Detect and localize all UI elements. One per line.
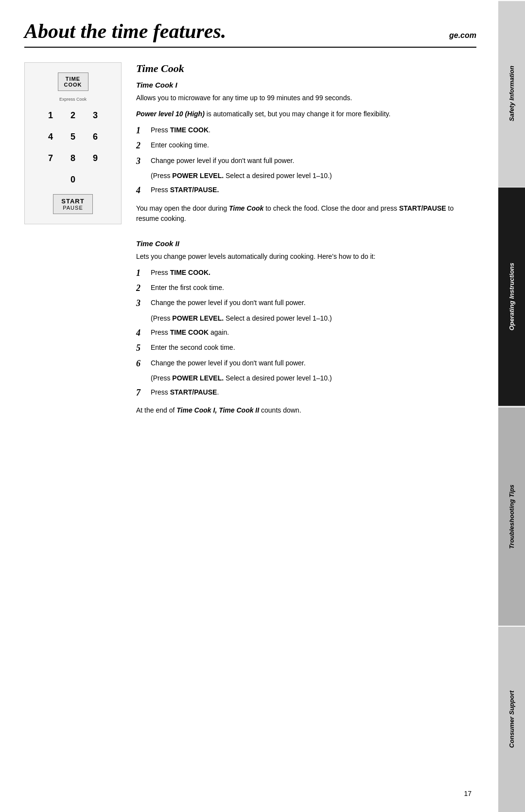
start-pause-bold-1: START/PAUSE. <box>170 186 219 194</box>
key-8[interactable]: 8 <box>64 149 82 167</box>
power-level-em: Power level 10 (High) <box>136 110 205 118</box>
step-2-5: 5 Enter the second cook time. <box>136 343 476 354</box>
step-num-2-4: 4 <box>136 327 147 339</box>
step-num-2-2: 2 <box>136 283 147 294</box>
keypad-row-1: 1 2 3 <box>42 107 104 124</box>
key-7[interactable]: 7 <box>42 149 59 167</box>
power-level-bold-2: POWER LEVEL. <box>172 314 224 322</box>
tab-consumer-label: Consumer Support <box>508 691 515 748</box>
step-1-1: 1 Press TIME COOK. <box>136 125 476 136</box>
step-num-2-3: 3 <box>136 298 147 309</box>
time-cook-bold-2: TIME COOK. <box>170 269 210 276</box>
subsection2-footer: At the end of Time Cook I, Time Cook II … <box>136 405 476 415</box>
page-header: About the time features. ge.com <box>24 19 476 48</box>
subsection1-note: You may open the door during Time Cook t… <box>136 203 476 224</box>
step-text-2-3: Change the power level if you don't want… <box>151 298 306 308</box>
subsection1-title: Time Cook I <box>136 81 476 89</box>
step-num-1-3: 3 <box>136 156 147 167</box>
step-text-1-4: Press START/PAUSE. <box>151 185 219 195</box>
intro2-rest: is automatically set, but you may change… <box>205 110 391 118</box>
tab-troubleshooting-label: Troubleshooting Tips <box>508 484 515 548</box>
step-text-1-2: Enter cooking time. <box>151 140 209 150</box>
tab-operating[interactable]: Operating Instructions <box>498 186 525 406</box>
step-text-2-7: Press START/PAUSE. <box>151 387 219 397</box>
power-level-bold-3: POWER LEVEL. <box>172 374 224 382</box>
key-6[interactable]: 6 <box>87 128 104 145</box>
key-3[interactable]: 3 <box>87 107 104 124</box>
tab-safety-label: Safety Information <box>508 66 515 122</box>
power-level-bold-1: POWER LEVEL. <box>172 172 224 180</box>
power-level-bold: Power level 10 (High) <box>136 110 205 118</box>
time-cook-footer-bold: Time Cook I, Time Cook II <box>176 406 259 414</box>
key-2[interactable]: 2 <box>64 107 82 124</box>
subsection1-intro2: Power level 10 (High) is automatically s… <box>136 109 476 119</box>
cook-label: Cook <box>64 82 82 88</box>
step-1-2: 2 Enter cooking time. <box>136 140 476 151</box>
time-cook-button[interactable]: Time Cook <box>58 72 88 91</box>
instructions-panel: Time Cook Time Cook I Allows you to micr… <box>136 62 476 421</box>
tab-operating-label: Operating Instructions <box>508 263 515 330</box>
step-num-2-6: 6 <box>136 358 147 369</box>
time-cook-bold-1: TIME COOK <box>170 126 209 134</box>
step-text-1-3: Change power level if you don't want ful… <box>151 156 294 166</box>
key-9[interactable]: 9 <box>87 149 104 167</box>
keypad-row-0: 0 <box>64 171 82 188</box>
page-title: About the time features. <box>24 19 226 43</box>
step-text-2-4: Press TIME COOK again. <box>151 327 229 338</box>
start-label: Start <box>61 198 84 205</box>
tab-consumer[interactable]: Consumer Support <box>498 626 525 812</box>
subsection2-title: Time Cook II <box>136 239 476 248</box>
step-num-2-1: 1 <box>136 268 147 279</box>
step-1-4: 4 Press START/PAUSE. <box>136 185 476 196</box>
step-2-7: 7 Press START/PAUSE. <box>136 387 476 398</box>
step-num-2-5: 5 <box>136 343 147 354</box>
key-1[interactable]: 1 <box>42 107 59 124</box>
time-cook-em-note: Time Cook <box>229 204 263 212</box>
steps-list-2: 1 Press TIME COOK. 2 Enter the first coo… <box>136 268 476 399</box>
key-0[interactable]: 0 <box>64 171 82 188</box>
keypad-row-3: 7 8 9 <box>42 149 104 167</box>
step-text-1-1: Press TIME COOK. <box>151 125 210 135</box>
tab-troubleshooting[interactable]: Troubleshooting Tips <box>498 406 525 626</box>
pause-label: Pause <box>61 205 84 211</box>
step-2-2: 2 Enter the first cook time. <box>136 283 476 294</box>
website-label: ge.com <box>449 31 476 40</box>
subsection2-intro: Lets you change power levels automatical… <box>136 252 476 262</box>
step-text-2-5: Enter the second cook time. <box>151 343 235 353</box>
start-pause-bold-2: START/PAUSE <box>170 388 217 396</box>
start-pause-bold-note: START/PAUSE <box>399 204 446 212</box>
steps-list-1: 1 Press TIME COOK. 2 Enter cooking time.… <box>136 125 476 197</box>
step-text-2-6: Change the power level if you don't want… <box>151 358 306 368</box>
sidebar-tabs: Safety Information Operating Instruction… <box>498 0 525 812</box>
step-num-1-2: 2 <box>136 140 147 151</box>
step-2-6-sub: (Press POWER LEVEL. Select a desired pow… <box>151 373 476 383</box>
body-layout: Time Cook Express Cook 1 2 3 4 5 6 7 8 <box>24 62 476 421</box>
step-2-4: 4 Press TIME COOK again. <box>136 327 476 339</box>
start-pause-button[interactable]: Start Pause <box>53 194 92 214</box>
time-cook-bold-3: TIME COOK <box>170 328 209 336</box>
key-4[interactable]: 4 <box>42 128 59 145</box>
keypad-row-2: 4 5 6 <box>42 128 104 145</box>
step-text-2-1: Press TIME COOK. <box>151 268 210 278</box>
section-main-title: Time Cook <box>136 62 476 75</box>
step-2-6: 6 Change the power level if you don't wa… <box>136 358 476 369</box>
page-number: 17 <box>464 790 472 797</box>
step-num-2-7: 7 <box>136 387 147 398</box>
time-label: Time <box>64 76 82 82</box>
tab-safety[interactable]: Safety Information <box>498 0 525 186</box>
step-2-3: 3 Change the power level if you don't wa… <box>136 298 476 309</box>
keypad-panel: Time Cook Express Cook 1 2 3 4 5 6 7 8 <box>24 62 122 224</box>
subsection1-intro1: Allows you to microwave for any time up … <box>136 93 476 103</box>
step-1-3-sub: (Press POWER LEVEL. Select a desired pow… <box>151 171 476 181</box>
step-2-1: 1 Press TIME COOK. <box>136 268 476 279</box>
step-1-3: 3 Change power level if you don't want f… <box>136 156 476 167</box>
express-cook-label: Express Cook <box>59 97 87 102</box>
step-text-2-2: Enter the first cook time. <box>151 283 224 293</box>
step-num-1-4: 4 <box>136 185 147 196</box>
step-2-3-sub: (Press POWER LEVEL. Select a desired pow… <box>151 313 476 324</box>
step-num-1-1: 1 <box>136 125 147 136</box>
key-5[interactable]: 5 <box>64 128 82 145</box>
